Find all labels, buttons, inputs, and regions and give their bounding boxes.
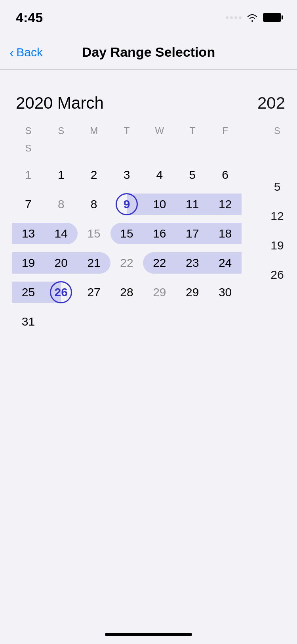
weekday-sun1: S xyxy=(12,122,45,140)
day-empty xyxy=(45,307,78,336)
day-cell[interactable]: 5 xyxy=(176,160,209,190)
next-calendar-grid: 5 12 19 26 xyxy=(257,143,297,289)
day-cell[interactable]: 8 xyxy=(78,190,110,219)
day-cell[interactable]: 4 xyxy=(143,160,176,190)
day-cell[interactable]: 31 xyxy=(12,307,45,336)
day-cell[interactable]: 1 xyxy=(12,160,45,190)
day-cell[interactable]: 1 xyxy=(45,160,78,190)
day-cell[interactable]: 25 xyxy=(12,278,45,307)
next-month-title: 202 xyxy=(257,94,297,113)
day-cell[interactable]: 14 xyxy=(45,219,78,248)
weekday-fri: F xyxy=(209,122,242,140)
day-cell[interactable]: 23 xyxy=(176,248,209,278)
home-indicator xyxy=(105,633,192,636)
back-button[interactable]: ‹ Back xyxy=(10,46,43,59)
day-cell[interactable]: 2 xyxy=(78,160,110,190)
day-cell-next[interactable]: 19 xyxy=(257,231,297,260)
weekday-next-sun: S xyxy=(257,122,297,140)
day-cell[interactable]: 22 xyxy=(110,248,143,278)
day-cell[interactable]: 22 xyxy=(143,248,176,278)
signal-icon xyxy=(226,16,242,19)
status-time: 4:45 xyxy=(16,10,43,25)
day-cell[interactable]: 21 xyxy=(78,248,110,278)
day-cell[interactable]: 7 xyxy=(12,190,45,219)
day-cell[interactable]: 24 xyxy=(209,248,242,278)
day-cell[interactable]: 19 xyxy=(12,248,45,278)
day-empty-next xyxy=(257,143,297,172)
chevron-left-icon: ‹ xyxy=(10,46,14,59)
wifi-icon xyxy=(246,13,258,22)
weekday-tue: T xyxy=(110,122,143,140)
battery-icon xyxy=(263,13,281,22)
day-cell[interactable]: 8 xyxy=(45,190,78,219)
next-weekday-headers: S xyxy=(257,122,297,140)
status-icons xyxy=(226,13,281,22)
day-cell[interactable]: 15 xyxy=(78,219,110,248)
day-cell[interactable]: 30 xyxy=(209,278,242,307)
day-cell[interactable]: 29 xyxy=(143,278,176,307)
calendar-grid: 1 1 2 3 4 5 6 7 8 8 9 10 11 xyxy=(12,160,242,336)
day-cell[interactable]: 12 xyxy=(209,190,242,219)
weekday-sat: S xyxy=(12,140,45,157)
day-26-cell[interactable]: 26 xyxy=(45,278,78,307)
day-cell-next[interactable]: 5 xyxy=(257,172,297,201)
day-cell-next[interactable]: 12 xyxy=(257,201,297,231)
day-cell[interactable]: 3 xyxy=(110,160,143,190)
day-cell[interactable]: 10 xyxy=(143,190,176,219)
current-month: 2020 March S S M T W T F S 1 1 2 3 4 5 6… xyxy=(0,94,253,336)
weekday-mon: M xyxy=(78,122,110,140)
weekday-wed: W xyxy=(143,122,176,140)
day-cell[interactable]: 17 xyxy=(176,219,209,248)
day-cell[interactable]: 6 xyxy=(209,160,242,190)
back-label: Back xyxy=(16,46,43,59)
page-title: Day Range Selection xyxy=(82,44,215,60)
day-cell[interactable]: 13 xyxy=(12,219,45,248)
calendar-wrapper: 2020 March S S M T W T F S 1 1 2 3 4 5 6… xyxy=(0,70,297,352)
day-cell[interactable]: 29 xyxy=(176,278,209,307)
day-cell[interactable]: 15 xyxy=(110,219,143,248)
day-empty xyxy=(78,307,110,336)
status-bar: 4:45 xyxy=(0,0,297,35)
weekday-sun2: S xyxy=(45,122,78,140)
weekday-thu: T xyxy=(176,122,209,140)
day-cell[interactable]: 20 xyxy=(45,248,78,278)
day-cell[interactable]: 27 xyxy=(78,278,110,307)
day-cell[interactable]: 16 xyxy=(143,219,176,248)
day-cell[interactable]: 18 xyxy=(209,219,242,248)
day-cell[interactable]: 11 xyxy=(176,190,209,219)
day-empty xyxy=(110,307,143,336)
day-9-cell[interactable]: 9 xyxy=(110,190,143,219)
day-cell-next[interactable]: 26 xyxy=(257,260,297,289)
day-empty xyxy=(143,307,176,336)
day-cell[interactable]: 28 xyxy=(110,278,143,307)
month-title: 2020 March xyxy=(12,94,242,113)
next-month: 202 S 5 12 19 26 xyxy=(253,94,297,336)
weekday-headers: S S M T W T F S xyxy=(12,122,242,157)
nav-bar: ‹ Back Day Range Selection xyxy=(0,35,297,70)
